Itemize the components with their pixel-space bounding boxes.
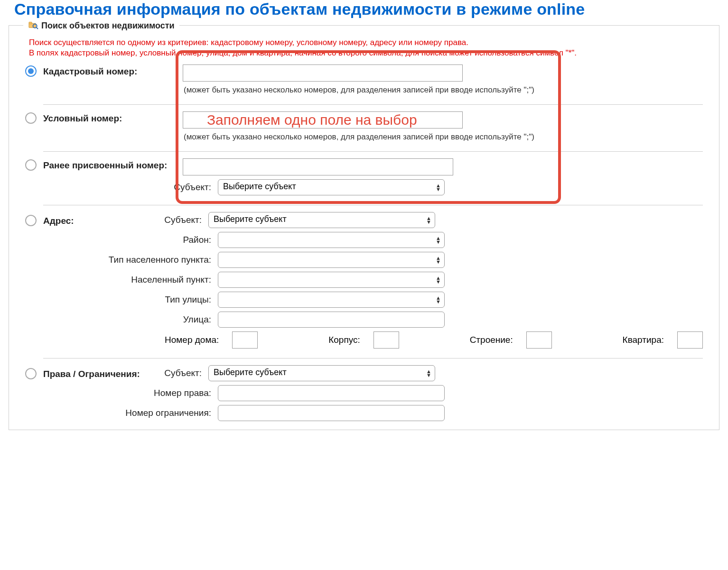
svg-line-3 xyxy=(37,28,38,29)
input-previous-number[interactable] xyxy=(183,158,453,175)
label-conditional-number: Условный номер: xyxy=(43,111,176,124)
radio-cadastral-number[interactable] xyxy=(25,65,37,77)
input-cadastral-number[interactable] xyxy=(183,64,463,82)
helper-cadastral-number: (может быть указано несколько номеров, д… xyxy=(184,85,703,95)
label-previous-subject: Субъект: xyxy=(50,182,211,193)
select-settlement[interactable] xyxy=(218,272,445,288)
search-icon xyxy=(28,20,38,32)
radio-conditional-number[interactable] xyxy=(25,112,37,124)
search-hint-line-2: В полях кадастровый номер, условный номе… xyxy=(29,48,709,58)
label-address-district: Район: xyxy=(50,235,211,245)
input-restriction-number[interactable] xyxy=(218,405,445,421)
panel-title: Поиск объектов недвижимости xyxy=(41,21,175,31)
label-settlement: Населенный пункт: xyxy=(50,275,211,285)
select-address-district[interactable] xyxy=(218,232,445,248)
label-rights-subject: Субъект: xyxy=(159,368,202,378)
select-address-subject[interactable]: Выберите субъект xyxy=(208,212,435,228)
search-panel: Поиск объектов недвижимости Поиск осущес… xyxy=(9,25,719,430)
input-street[interactable] xyxy=(218,312,445,328)
input-house-number[interactable] xyxy=(232,331,258,349)
label-building: Строение: xyxy=(470,335,513,345)
select-street-type[interactable] xyxy=(218,292,445,308)
radio-previous-number[interactable] xyxy=(25,159,37,171)
input-conditional-number[interactable] xyxy=(183,111,463,129)
select-rights-subject[interactable]: Выберите субъект xyxy=(208,365,435,381)
label-house-number: Номер дома: xyxy=(165,335,219,345)
select-previous-subject[interactable]: Выберите субъект xyxy=(218,179,445,195)
label-street: Улица: xyxy=(50,314,211,325)
input-right-number[interactable] xyxy=(218,385,445,401)
label-restriction-number: Номер ограничения: xyxy=(50,408,211,418)
radio-address[interactable] xyxy=(25,215,37,226)
label-street-type: Тип улицы: xyxy=(50,294,211,305)
svg-rect-1 xyxy=(29,22,32,24)
input-building[interactable] xyxy=(526,331,552,349)
helper-conditional-number: (может быть указано несколько номеров, д… xyxy=(184,132,703,142)
label-cadastral-number: Кадастровый номер: xyxy=(43,64,176,77)
search-hint-line-1: Поиск осуществляется по одному из критер… xyxy=(29,38,709,47)
panel-legend: Поиск объектов недвижимости xyxy=(23,20,179,32)
input-flat[interactable] xyxy=(677,331,703,349)
page-title: Справочная информация по объектам недвиж… xyxy=(14,0,728,18)
label-flat: Квартира: xyxy=(623,335,664,345)
label-previous-number: Ранее присвоенный номер: xyxy=(43,158,186,171)
label-settlement-type: Тип населенного пункта: xyxy=(50,255,211,265)
label-address-subject: Субъект: xyxy=(93,215,202,225)
label-right-number: Номер права: xyxy=(50,388,211,398)
label-address: Адрес: xyxy=(43,214,86,226)
input-korpus[interactable] xyxy=(373,331,399,349)
label-korpus: Корпус: xyxy=(328,335,360,345)
radio-rights-restrictions[interactable] xyxy=(25,368,37,379)
label-rights-restrictions: Права / Ограничения: xyxy=(43,367,152,379)
select-settlement-type[interactable] xyxy=(218,252,445,268)
